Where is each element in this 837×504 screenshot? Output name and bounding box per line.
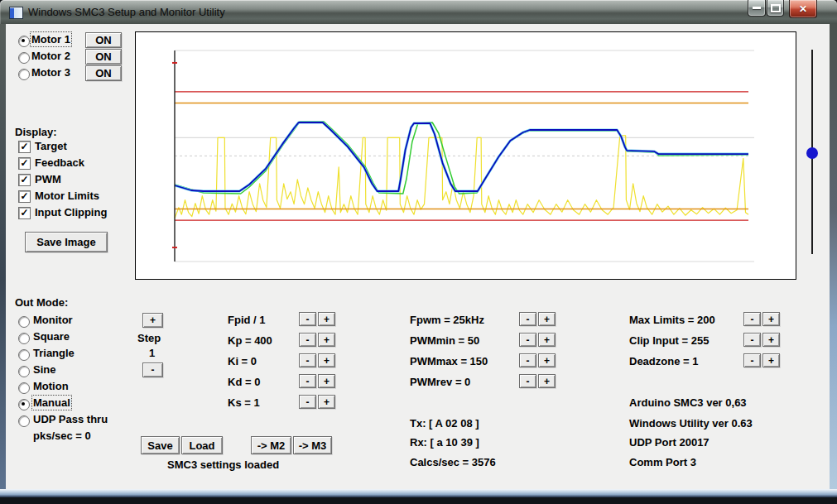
kd-value: Kd = 0 [228,376,260,388]
motor-1-on-button[interactable]: ON [85,32,122,48]
close-button[interactable]: ✕ [789,0,817,18]
ks-plus-button[interactable]: + [318,395,335,409]
motor-limits-checkbox[interactable]: ✓ [18,190,31,203]
ks-minus-button[interactable]: - [299,395,316,409]
pwmrev-minus-button[interactable]: - [519,374,536,388]
ks-value: Ks = 1 [228,396,260,409]
pwmmin-value: PWMmin = 50 [410,334,479,347]
comm-port-text: Comm Port 3 [629,456,696,468]
load-button[interactable]: Load [181,436,223,454]
fpwm-minus-button[interactable]: - [519,312,536,326]
fpwm-value: Fpwm = 25kHz [410,314,484,326]
window-frame-left [0,24,6,489]
save-image-button[interactable]: Save Image [25,232,108,252]
pwm-checkbox[interactable]: ✓ [18,174,31,186]
deadzone-value: Deadzone = 1 [629,355,698,367]
step-minus-button[interactable]: - [142,362,163,377]
out-mode-motion-radio[interactable] [18,382,30,394]
fpid-minus-button[interactable]: - [299,312,316,326]
pwm-checkbox-label: PWM [35,173,61,185]
out-mode-udp-radio[interactable] [18,415,30,427]
chart-scale-slider-thumb[interactable] [806,147,818,159]
out-mode-sine-radio[interactable] [18,366,30,377]
ki-plus-button[interactable]: + [318,353,335,367]
calcs-per-sec-readout: Calcs/sec = 3576 [410,456,496,468]
app-window: Windows SMC3 Setup and Monitor Utility ✕… [0,0,837,504]
step-label: Step [137,332,161,344]
window-frame-bottom-edge [0,497,837,504]
fpwm-plus-button[interactable]: + [538,312,556,326]
fpid-plus-button[interactable]: + [318,312,335,326]
clip-input-minus-button[interactable]: - [743,333,761,347]
maximize-icon [771,4,781,12]
out-mode-heading: Out Mode: [15,296,68,309]
clip-input-plus-button[interactable]: + [762,333,780,347]
max-limits-value: Max Limits = 200 [629,314,715,326]
settings-status-text: SMC3 settings loaded [167,458,279,471]
step-value: 1 [149,347,155,359]
pwmmin-minus-button[interactable]: - [519,333,536,347]
out-mode-monitor-radio[interactable] [18,316,30,328]
deadzone-minus-button[interactable]: - [743,353,761,367]
out-mode-manual-radio[interactable] [18,399,30,410]
feedback-checkbox[interactable]: ✓ [18,157,31,170]
out-mode-square-radio[interactable] [18,333,30,344]
check-icon: ✓ [20,209,28,218]
input-clipping-checkbox[interactable]: ✓ [18,207,31,219]
ki-value: Ki = 0 [228,355,257,367]
motor-limits-checkbox-label: Motor Limits [35,190,99,202]
kd-minus-button[interactable]: - [299,374,316,388]
motor-3-radio[interactable] [18,69,30,80]
pwmmax-minus-button[interactable]: - [519,353,536,367]
pks-per-sec-value: pks/sec = 0 [33,430,91,442]
tx-readout: Tx: [ A 02 08 ] [410,417,479,430]
window-frame-bottom [0,489,837,497]
out-mode-manual-label: Manual [33,396,70,409]
window-title: Windows SMC3 Setup and Monitor Utility [28,6,225,18]
kd-plus-button[interactable]: + [318,374,335,388]
kp-plus-button[interactable]: + [318,333,335,347]
arduino-version-text: Arduino SMC3 ver 0,63 [629,396,747,409]
target-checkbox[interactable]: ✓ [18,141,31,153]
rx-readout: Rx: [ a 10 39 ] [410,436,479,449]
motor-1-label: Motor 1 [31,33,70,46]
out-mode-monitor-label: Monitor [33,314,73,326]
minimize-button[interactable] [748,0,766,17]
max-limits-plus-button[interactable]: + [762,312,780,326]
out-mode-square-label: Square [33,330,70,343]
motor-2-on-button[interactable]: ON [85,49,122,65]
pwmmin-plus-button[interactable]: + [538,333,556,347]
out-mode-triangle-label: Triangle [33,347,75,359]
minimize-icon [753,7,761,9]
kp-minus-button[interactable]: - [299,333,316,347]
close-icon: ✕ [799,3,807,15]
app-icon [9,7,23,19]
title-bar[interactable]: Windows SMC3 Setup and Monitor Utility ✕ [0,0,837,24]
out-mode-sine-label: Sine [33,363,55,376]
fpid-value: Fpid / 1 [228,314,266,326]
maximize-button[interactable] [767,0,784,17]
ki-minus-button[interactable]: - [299,353,316,367]
motor-1-radio[interactable] [18,36,30,47]
input-clipping-checkbox-label: Input Clipping [35,206,107,218]
motor-2-label: Motor 2 [31,50,70,62]
window-frame-right [830,24,837,489]
pwmmax-plus-button[interactable]: + [538,353,556,367]
pwmrev-plus-button[interactable]: + [538,374,556,388]
copy-to-m2-button[interactable]: -> M2 [251,436,291,454]
save-button[interactable]: Save [141,436,180,454]
motor-3-on-button[interactable]: ON [85,65,122,81]
signal-chart-panel [135,31,796,280]
out-mode-triangle-radio[interactable] [18,349,30,361]
target-checkbox-label: Target [35,140,67,152]
copy-to-m3-button[interactable]: -> M3 [293,436,332,454]
check-icon: ✓ [20,159,28,168]
motor-2-radio[interactable] [18,52,30,64]
motor-3-label: Motor 3 [31,66,70,79]
clip-input-value: Clip Input = 255 [629,334,709,347]
step-plus-button[interactable]: + [142,313,163,328]
deadzone-plus-button[interactable]: + [762,353,780,367]
pwmmax-value: PWMmax = 150 [410,355,488,367]
max-limits-minus-button[interactable]: - [743,312,761,326]
check-icon: ✓ [20,175,28,185]
